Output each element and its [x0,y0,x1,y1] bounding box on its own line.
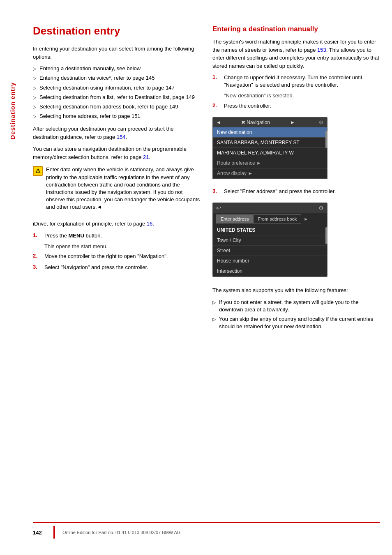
step-text: Press the controller. [224,102,380,110]
feature-item: ▷ If you do not enter a street, the syst… [212,299,380,313]
footer: 142 Online Edition for Part no. 01 41 0 … [33,522,380,539]
step-number: 1. [33,232,40,238]
footer-bar [53,526,55,539]
warning-icon: ⚠ [33,166,43,176]
nav-header: ◄ ✖ Navigation ► ⚙ [213,117,327,127]
feature-item: ▷ You can skip the entry of country and … [212,315,380,330]
bullet-arrow: ▷ [33,104,36,110]
menu-label: MENU [69,233,84,239]
page-container: Destination entry Destination entry In e… [0,0,392,555]
page-ref-21[interactable]: 21 [143,154,149,160]
step-1-right-sub: "New destination" is selected. [224,92,380,99]
left-column: Destination entry In entering your desti… [33,25,200,510]
nav-arrow-right: ► [290,120,295,125]
bullet-arrow: ▷ [33,66,36,72]
step-1-sub: This opens the start menu. [44,243,200,250]
warning-box: ⚠ Enter data only when the vehicle is st… [33,166,200,215]
addr-row-house: House number [213,256,327,266]
list-item: ▷ Entering destination via voice*, refer… [33,74,200,82]
sidebar: Destination entry [0,0,25,555]
step-text: Select "Enter address" and press the con… [224,188,380,195]
footer-copyright: Online Edition for Part no. 01 41 0 013 … [62,530,180,535]
idrive-ref-para: iDrive, for explanation of principle, re… [33,220,200,228]
nav-screenshot-wrapper: ◄ ✖ Navigation ► ⚙ New destination SANTA… [212,113,327,183]
features-intro: The system also supports you with the fo… [212,286,380,295]
step-text: Move the controller to the right to open… [44,253,200,260]
right-column: Entering a destination manually The syst… [212,25,380,510]
nav-car-icon: ✖ Navigation [241,120,270,125]
bullet-arrow: ▷ [33,75,36,81]
list-item-text: Selecting destination using information,… [39,84,175,92]
addr-row-country: UNITED STATES [213,225,327,235]
addr-header: ↩ ⚙ [213,203,327,213]
sidebar-rotated-area: Destination entry [0,82,25,140]
scrollbar-thumb [325,131,327,148]
programmable-memory-para: You can also store a navigation destinat… [33,145,200,161]
more-tabs-icon: ► [304,216,308,221]
page-ref-151[interactable]: 151 [131,113,141,119]
after-bullets-para: After selecting your destination you can… [33,125,200,141]
step-3-right: 3. Select "Enter address" and press the … [212,188,380,195]
options-list: ▷ Entering a destination manually, see b… [33,65,200,120]
feature-item-text: If you do not enter a street, the system… [219,299,380,313]
nav-arrow-left: ◄ [216,120,221,125]
list-item-text: Selecting destination from address book,… [39,103,178,111]
scrollbar-thumb-addr [325,227,327,244]
list-item-text: Entering a destination manually, see bel… [39,65,141,72]
list-item: ▷ Selecting destination from address boo… [33,103,200,111]
step-1-left: 1. Press the MENU button. [33,232,200,240]
step-2-right: 2. Press the controller. [212,102,380,110]
sidebar-label: Destination entry [9,82,16,140]
step-number: 2. [33,253,40,259]
addr-screenshot-wrapper: ↩ ⚙ Enter address From address book ► UN… [212,198,327,281]
nav-settings-icon: ⚙ [318,119,324,126]
bullet-arrow: ▷ [33,85,36,91]
list-item: ▷ Selecting destination using informatio… [33,84,200,92]
features-list: ▷ If you do not enter a street, the syst… [212,299,380,331]
page-title: Destination entry [33,25,200,37]
page-ref-147[interactable]: 147 [166,85,175,91]
right-intro-para: The system's word matching principle mak… [212,38,380,70]
addr-row-intersection: Intersection [213,266,327,276]
step-3-left: 3. Select "Navigation" and press the con… [33,264,200,271]
bullet-arrow: ▷ [33,94,36,101]
step-text: Change to upper field if necessary. Turn… [224,74,380,89]
nav-row-marina: MARINA DEL REY, ADMIRALTY W [213,148,327,158]
step-number: 3. [212,188,220,194]
addr-settings-icon: ⚙ [318,205,324,211]
page-ref-153[interactable]: 153 [317,47,326,53]
addr-screenshot: ↩ ⚙ Enter address From address book ► UN… [212,203,327,277]
page-ref-145[interactable]: 145 [146,75,155,81]
nav-row-new-destination: New destination [213,127,327,138]
intro-paragraph: In entering your destination you can sel… [33,45,200,61]
step-text: Select "Navigation" and press the contro… [44,264,200,271]
list-item: ▷ Selecting home address, refer to page … [33,113,200,120]
main-content: Destination entry In entering your desti… [25,0,392,555]
addr-row-town: Town / City [213,235,327,246]
bullet-arrow: ▷ [33,113,36,120]
list-item: ▷ Entering a destination manually, see b… [33,65,200,72]
feature-item-text: You can skip the entry of country and lo… [219,315,380,330]
page-ref-149[interactable]: 149 [186,94,195,100]
from-address-book-tab[interactable]: From address book [253,214,301,223]
nav-row-route: Route preference ► [213,158,327,168]
nav-screenshot: ◄ ✖ Navigation ► ⚙ New destination SANTA… [212,117,327,179]
section-title: Entering a destination manually [212,25,380,34]
list-item-text: Entering destination via voice*, refer t… [39,74,154,82]
step-1-right: 1. Change to upper field if necessary. T… [212,74,380,89]
page-ref-149b[interactable]: 149 [169,104,178,110]
step-text: Press the MENU button. [44,232,200,240]
page-number: 142 [33,530,49,536]
enter-address-tab[interactable]: Enter address [216,214,253,223]
nav-row-santa-barbara: SANTA BARBARA, MONTERREY ST [213,138,327,148]
addr-tabs: Enter address From address book ► [213,213,327,225]
page-ref-154[interactable]: 154 [117,134,126,140]
list-item: ▷ Selecting destination from a list, ref… [33,94,200,101]
step-number: 1. [212,74,220,80]
nav-row-arrow: Arrow display ► [213,168,327,179]
bullet-arrow: ▷ [212,316,216,322]
addr-row-street: Street [213,246,327,256]
page-ref-16[interactable]: 16 [147,221,152,227]
bullet-arrow: ▷ [212,299,216,306]
step-2-left: 2. Move the controller to the right to o… [33,253,200,260]
